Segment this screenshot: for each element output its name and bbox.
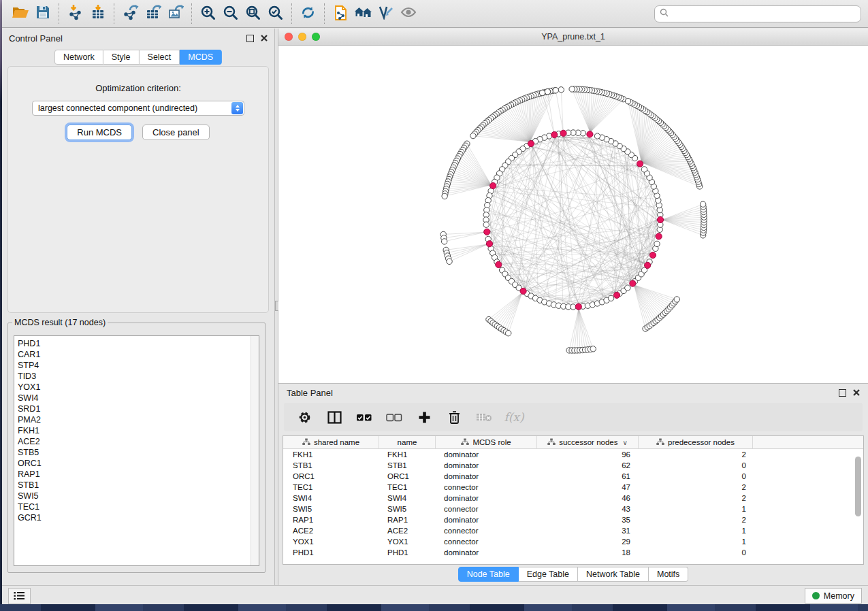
mcds-result-item[interactable]: RAP1 xyxy=(18,469,259,480)
column-header-name[interactable]: name xyxy=(379,436,436,448)
column-header-label: MCDS role xyxy=(472,438,511,446)
table-cell: 1 xyxy=(639,527,753,535)
mcds-result-item[interactable]: ORC1 xyxy=(18,458,259,469)
export-network-button[interactable] xyxy=(119,3,142,24)
mcds-result-item[interactable]: STB5 xyxy=(18,447,259,458)
mcds-result-item[interactable]: ACE2 xyxy=(18,436,259,447)
save-button[interactable] xyxy=(31,3,54,24)
column-header-MCDS-role[interactable]: MCDS role xyxy=(436,436,537,448)
float-panel-icon[interactable] xyxy=(246,35,254,42)
close-panel-icon[interactable] xyxy=(853,388,860,398)
mcds-result-group: MCDS result (17 nodes) PHD1CAR1STP4TID3Y… xyxy=(7,318,266,573)
column-header-label: predecessor nodes xyxy=(668,438,735,446)
tab-mcds[interactable]: MCDS xyxy=(180,50,222,65)
table-cell: 35 xyxy=(537,516,639,524)
mcds-result-item[interactable]: STP4 xyxy=(18,360,259,371)
table-row[interactable]: STB1STB1dominator620 xyxy=(283,460,863,471)
table-cell: TEC1 xyxy=(379,483,436,491)
search-icon xyxy=(660,7,669,20)
tab-edge-table[interactable]: Edge Table xyxy=(519,567,578,582)
zoom-in-button[interactable] xyxy=(197,3,219,24)
mcds-result-item[interactable]: SWI5 xyxy=(18,491,259,501)
window-zoom-button[interactable] xyxy=(312,33,320,41)
mcds-result-item[interactable]: STB1 xyxy=(18,480,259,491)
mcds-result-item[interactable]: FKH1 xyxy=(18,425,259,436)
table-cell: SWI5 xyxy=(379,505,436,513)
table-row[interactable]: FKH1FKH1dominator962 xyxy=(283,449,863,460)
control-panel-header: Control Panel xyxy=(2,29,274,48)
mcds-result-item[interactable]: YOX1 xyxy=(18,382,259,393)
hide-preview-button[interactable] xyxy=(397,3,419,24)
share-network-document-button[interactable] xyxy=(329,3,352,24)
mcds-result-list[interactable]: PHD1CAR1STP4TID3YOX1SWI4SRD1PMA2FKH1ACE2… xyxy=(14,335,259,566)
table-row[interactable]: SWI4SWI4dominator462 xyxy=(283,493,863,503)
sort-indicator-icon[interactable]: ∨ xyxy=(622,439,627,446)
network-canvas[interactable] xyxy=(278,46,868,383)
table-row[interactable]: ACE2ACE2connector311 xyxy=(283,525,863,536)
tab-network[interactable]: Network xyxy=(54,50,103,65)
import-network-button[interactable] xyxy=(64,3,86,24)
table-cell: RAP1 xyxy=(283,516,379,524)
close-panel-icon[interactable] xyxy=(261,33,268,44)
run-mcds-button[interactable]: Run MCDS xyxy=(67,125,132,140)
table-row[interactable]: PHD1PHD1dominator180 xyxy=(283,547,863,558)
search-input[interactable] xyxy=(672,8,856,19)
table-scrollbar[interactable] xyxy=(855,457,861,516)
network-window: YPA_prune.txt_1 xyxy=(278,29,868,383)
mcds-result-item[interactable]: SRD1 xyxy=(18,403,259,414)
mcds-result-item[interactable]: PMA2 xyxy=(18,414,259,425)
window-close-button[interactable] xyxy=(285,33,293,41)
memory-button[interactable]: Memory xyxy=(805,588,862,604)
deselect-all-icon[interactable] xyxy=(386,409,402,425)
tab-style[interactable]: Style xyxy=(103,50,140,65)
toolbar-separator xyxy=(114,3,114,24)
task-history-button[interactable] xyxy=(8,588,31,604)
optimization-select[interactable]: largest connected component (undirected) xyxy=(32,101,244,116)
float-panel-icon[interactable] xyxy=(839,389,846,397)
refresh-button[interactable] xyxy=(297,3,319,24)
zoom-selected-button[interactable] xyxy=(264,3,287,24)
select-all-icon[interactable] xyxy=(356,409,372,425)
zoom-out-button[interactable] xyxy=(219,3,242,24)
main-toolbar xyxy=(2,0,868,28)
close-panel-button[interactable]: Close panel xyxy=(142,125,210,140)
toolbar-separator xyxy=(191,3,192,24)
delete-column-button[interactable] xyxy=(446,409,462,425)
open-button[interactable] xyxy=(9,3,31,24)
export-image-button[interactable] xyxy=(164,3,187,24)
table-cell: 31 xyxy=(537,527,639,535)
table-row[interactable]: ORC1ORC1dominator610 xyxy=(283,471,863,482)
column-header-successor-nodes[interactable]: successor nodes∨ xyxy=(537,436,639,448)
node-table[interactable]: shared namenameMCDS rolesuccessor nodes∨… xyxy=(283,435,864,565)
mcds-result-item[interactable]: PHD1 xyxy=(18,338,259,349)
mcds-result-item[interactable]: TID3 xyxy=(18,371,259,382)
mcds-result-item[interactable]: SWI4 xyxy=(18,393,259,403)
table-row[interactable]: SWI5SWI5connector431 xyxy=(283,503,863,514)
eye-icon xyxy=(400,5,417,22)
column-header-predecessor-nodes[interactable]: predecessor nodes xyxy=(639,436,753,448)
mcds-result-item[interactable]: TEC1 xyxy=(18,501,259,512)
table-cell: 43 xyxy=(537,505,639,513)
table-cell: 96 xyxy=(537,450,639,459)
column-header-shared-name[interactable]: shared name xyxy=(283,436,379,448)
style-preview-button[interactable] xyxy=(374,3,397,24)
tab-node-table[interactable]: Node Table xyxy=(458,567,519,582)
table-row[interactable]: TEC1TEC1connector472 xyxy=(283,482,863,493)
mcds-result-item[interactable]: CAR1 xyxy=(18,349,259,360)
settings-button[interactable] xyxy=(296,409,312,425)
import-table-button[interactable] xyxy=(86,3,109,24)
export-table-button[interactable] xyxy=(142,3,164,24)
table-row[interactable]: RAP1RAP1dominator352 xyxy=(283,514,863,525)
window-minimize-button[interactable] xyxy=(298,33,306,41)
column-view-icon[interactable] xyxy=(326,409,342,425)
tab-motifs[interactable]: Motifs xyxy=(649,567,688,582)
home-button[interactable] xyxy=(352,3,374,24)
add-column-button[interactable] xyxy=(416,409,432,425)
tab-select[interactable]: Select xyxy=(140,50,180,65)
zoom-fit-button[interactable] xyxy=(242,3,264,24)
network-graph[interactable] xyxy=(278,46,868,383)
table-cell: connector xyxy=(436,483,537,491)
table-row[interactable]: YOX1YOX1connector291 xyxy=(283,536,863,547)
tab-network-table[interactable]: Network Table xyxy=(578,567,649,582)
mcds-result-item[interactable]: GCR1 xyxy=(18,512,259,523)
